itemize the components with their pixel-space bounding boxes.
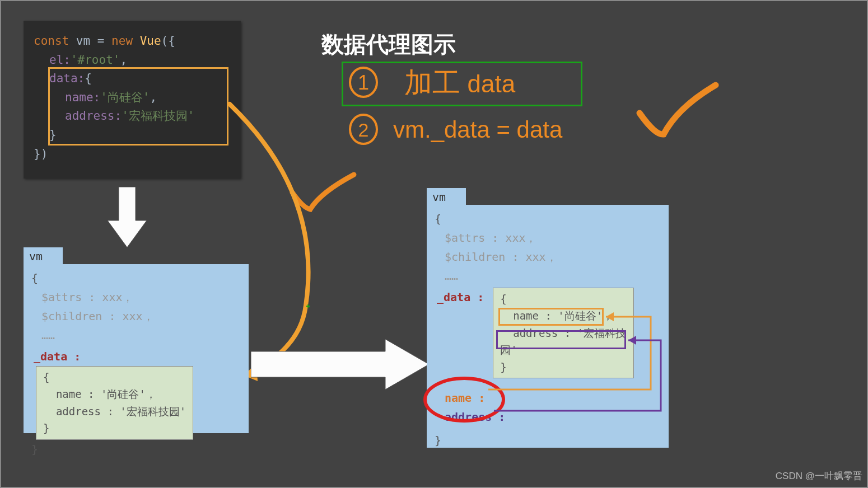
svg-point-4: [425, 378, 503, 421]
kw-new: new: [111, 34, 140, 48]
vm-children: $children : xxx，: [435, 247, 661, 266]
vm-box-left: vm { $attrs : xxx， $children : xxx， …… _…: [24, 264, 249, 433]
step1-cn: 加工: [404, 67, 468, 98]
kw-const: const: [34, 34, 76, 48]
cross-marker: +: [306, 302, 310, 311]
step1-text: 加工 data: [404, 64, 515, 102]
checkmark-icon: [633, 79, 722, 152]
data-close: }: [43, 422, 49, 434]
step2-number-icon: 2: [348, 113, 379, 146]
vm-children: $children : xxx，: [31, 307, 241, 326]
data-open: {: [43, 371, 49, 383]
data-name-line: name : '尚硅谷'，: [56, 388, 156, 400]
data-label: _data :: [34, 350, 81, 363]
vm-attrs: $attrs : xxx，: [435, 228, 661, 247]
address-highlight: [496, 330, 626, 349]
brace-open: {: [31, 269, 241, 288]
arrow-down-icon: [108, 187, 147, 248]
data-highlight-border: [48, 67, 228, 146]
data-open: {: [500, 293, 506, 305]
name-highlight: [498, 308, 604, 326]
brace-open: {: [435, 209, 661, 228]
data-addr-line: address : '宏福科技园': [56, 405, 186, 417]
data-label: _data :: [437, 290, 491, 304]
str-root: '#root': [71, 53, 120, 67]
red-circle-annotation: [422, 376, 512, 426]
paren: ({: [161, 34, 175, 48]
cls-vue: Vue: [140, 34, 161, 48]
paren-close: }): [34, 147, 48, 161]
brace-close: }: [31, 440, 241, 459]
comma1: ,: [120, 53, 127, 67]
arrow-right-icon: [251, 339, 430, 390]
data-close: }: [500, 361, 506, 373]
brace-close: }: [435, 431, 661, 450]
step1-number-icon: 1: [348, 66, 379, 98]
step1-en: data: [468, 70, 516, 97]
svg-text:1: 1: [358, 71, 369, 94]
data-content-box: { name : '尚硅谷'， address : '宏福科技园' }: [36, 366, 193, 440]
var-vm: vm: [76, 34, 97, 48]
vm-tab: vm: [24, 247, 63, 264]
eq: =: [97, 34, 111, 48]
vm-dots: ……: [435, 266, 661, 285]
vm-attrs: $attrs : xxx，: [31, 288, 241, 307]
diagram-title: 数据代理图示: [321, 29, 456, 60]
prop-el: el:: [49, 53, 71, 67]
vm-dots: ……: [31, 326, 241, 345]
step2-text: vm._data = data: [393, 116, 562, 143]
vm-tab: vm: [427, 188, 466, 205]
svg-text:2: 2: [358, 119, 369, 140]
watermark: CSDN @一叶飘零晋: [776, 470, 862, 482]
